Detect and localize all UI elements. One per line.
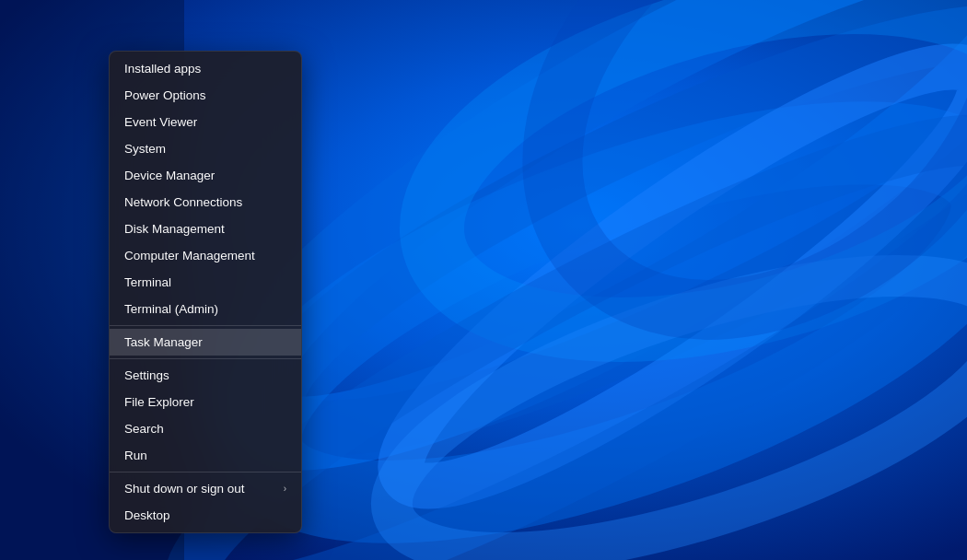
context-menu: Installed appsPower OptionsEvent ViewerS… <box>109 51 302 533</box>
menu-item-settings[interactable]: Settings <box>110 362 301 389</box>
menu-item-label-terminal: Terminal <box>124 275 171 289</box>
menu-item-event-viewer[interactable]: Event Viewer <box>110 109 301 135</box>
menu-item-device-manager[interactable]: Device Manager <box>110 162 301 189</box>
menu-separator <box>110 472 301 472</box>
menu-item-disk-management[interactable]: Disk Management <box>110 216 301 242</box>
menu-item-label-desktop: Desktop <box>124 508 170 522</box>
menu-item-search[interactable]: Search <box>110 415 301 442</box>
menu-item-label-power-options: Power Options <box>124 88 206 102</box>
menu-item-system[interactable]: System <box>110 135 301 162</box>
menu-item-label-event-viewer: Event Viewer <box>124 115 197 129</box>
menu-item-label-computer-management: Computer Management <box>124 249 255 262</box>
menu-item-file-explorer[interactable]: File Explorer <box>110 389 301 415</box>
menu-item-power-options[interactable]: Power Options <box>110 82 301 109</box>
chevron-right-icon: › <box>284 484 286 494</box>
menu-item-run[interactable]: Run <box>110 442 301 469</box>
menu-item-terminal[interactable]: Terminal <box>110 269 301 296</box>
menu-item-label-settings: Settings <box>124 368 169 382</box>
menu-item-label-file-explorer: File Explorer <box>124 395 194 409</box>
menu-item-shut-down[interactable]: Shut down or sign out› <box>110 475 301 502</box>
menu-item-terminal-admin[interactable]: Terminal (Admin) <box>110 296 301 322</box>
menu-item-task-manager[interactable]: Task Manager <box>110 329 301 356</box>
menu-item-label-run: Run <box>124 449 147 462</box>
menu-item-network-connections[interactable]: Network Connections <box>110 189 301 216</box>
menu-item-label-search: Search <box>124 422 164 436</box>
menu-item-label-disk-management: Disk Management <box>124 222 225 236</box>
menu-item-label-terminal-admin: Terminal (Admin) <box>124 302 218 316</box>
menu-item-label-device-manager: Device Manager <box>124 169 215 182</box>
menu-item-installed-apps[interactable]: Installed apps <box>110 55 301 82</box>
menu-item-label-installed-apps: Installed apps <box>124 62 201 76</box>
menu-item-desktop[interactable]: Desktop <box>110 502 301 529</box>
menu-item-computer-management[interactable]: Computer Management <box>110 242 301 269</box>
menu-item-label-system: System <box>124 142 166 156</box>
menu-item-label-network-connections: Network Connections <box>124 195 242 209</box>
menu-separator <box>110 358 301 359</box>
menu-item-label-shut-down: Shut down or sign out <box>124 482 245 496</box>
menu-item-label-task-manager: Task Manager <box>124 335 203 349</box>
menu-separator <box>110 325 301 326</box>
